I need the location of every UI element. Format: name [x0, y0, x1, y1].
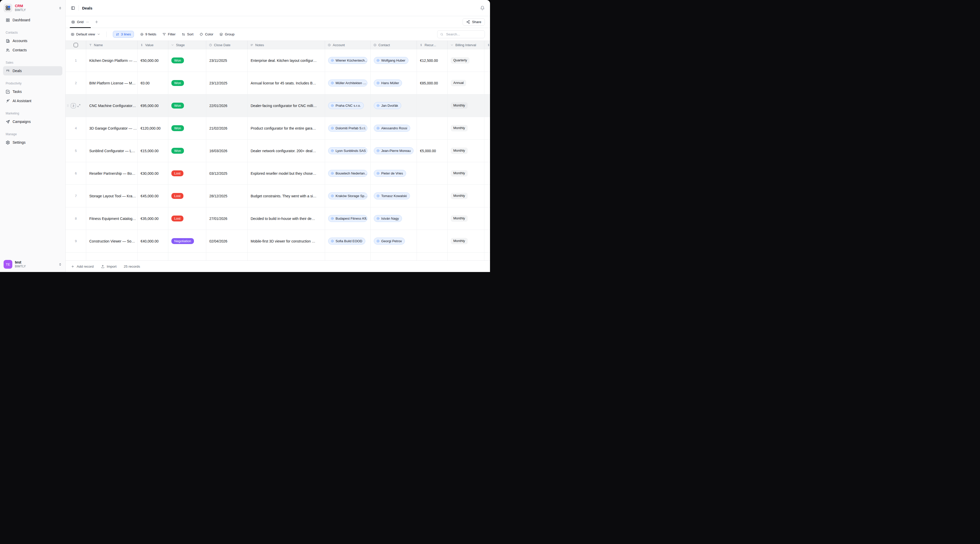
- cell-extra[interactable]: [484, 117, 490, 139]
- cell-account[interactable]: Kraków Storage Sp.…: [325, 185, 371, 207]
- cell-contact[interactable]: Wolfgang Huber: [371, 49, 417, 72]
- cell-stage[interactable]: Lost: [168, 162, 206, 185]
- drag-handle-icon[interactable]: [66, 104, 70, 107]
- cell-name[interactable]: Kitchen Design Platform — …: [86, 49, 137, 72]
- sidebar-item-dashboard[interactable]: Dashboard: [3, 15, 62, 25]
- cell-name[interactable]: CNC Machine Configurator…: [86, 94, 137, 117]
- row-number[interactable]: 9: [66, 230, 86, 252]
- cell-contact[interactable]: Alessandro Rossi: [371, 117, 417, 139]
- cell-contact[interactable]: Georgi Petrov: [371, 230, 417, 252]
- group-button[interactable]: Group: [220, 32, 234, 36]
- cell-recurring[interactable]: €85,000.00: [417, 72, 448, 94]
- cell-value[interactable]: €0.00: [137, 72, 168, 94]
- cell-value[interactable]: €30,000.00: [137, 162, 168, 185]
- record-chip[interactable]: István Nagy: [374, 215, 402, 222]
- search-box[interactable]: [437, 30, 485, 38]
- column-header-close_date[interactable]: Close Date: [206, 41, 248, 49]
- cell-billing[interactable]: Annual: [448, 72, 484, 94]
- cell-value[interactable]: €50,000.00: [137, 49, 168, 72]
- cell-recurring[interactable]: [417, 162, 448, 185]
- cell-value[interactable]: €35,000.00: [137, 207, 168, 230]
- cell-notes[interactable]: Explored reseller model but they chose…: [248, 162, 325, 185]
- record-chip[interactable]: Sofia Build EOOD: [328, 238, 365, 245]
- expand-record-button[interactable]: [77, 104, 81, 107]
- record-chip[interactable]: Hans Müller: [374, 80, 402, 86]
- record-chip[interactable]: Praha CNC s.r.o.: [328, 102, 364, 109]
- cell-contact[interactable]: István Nagy: [371, 207, 417, 230]
- cell-recurring[interactable]: [417, 94, 448, 117]
- cell-close_date[interactable]: 27/01/2026: [206, 207, 248, 230]
- cell-account[interactable]: Praha CNC s.r.o.: [325, 94, 371, 117]
- cell-notes[interactable]: Decided to build in-house with their de…: [248, 207, 325, 230]
- cell-close_date[interactable]: 21/02/2026: [206, 117, 248, 139]
- cell-value[interactable]: €120,000.00: [137, 117, 168, 139]
- color-button[interactable]: Color: [200, 32, 213, 36]
- cell-value[interactable]: €15,000.00: [137, 140, 168, 162]
- cell-name[interactable]: Reseller Partnership — Bo…: [86, 162, 137, 185]
- sidebar-toggle-icon[interactable]: [71, 6, 75, 10]
- record-chip[interactable]: Georgi Petrov: [374, 238, 405, 245]
- cell-notes[interactable]: Mobile-first 3D viewer for construction …: [248, 230, 325, 252]
- cell-stage[interactable]: Won: [168, 140, 206, 162]
- cell-stage[interactable]: Negotiation: [168, 230, 206, 252]
- cell-stage[interactable]: Won: [168, 49, 206, 72]
- cell-extra[interactable]: [484, 94, 490, 117]
- row-checkbox[interactable]: 3: [71, 103, 76, 108]
- column-header-billing[interactable]: Billing Interval: [448, 41, 484, 49]
- cell-notes[interactable]: Annual license for 45 seats. Includes B…: [248, 72, 325, 94]
- share-button[interactable]: Share: [463, 18, 485, 25]
- cell-contact[interactable]: Hans Müller: [371, 72, 417, 94]
- record-chip[interactable]: Pieter de Vries: [374, 170, 406, 177]
- sidebar-item-contacts[interactable]: Contacts: [3, 45, 62, 55]
- column-header-recurring[interactable]: Recur...: [417, 41, 448, 49]
- cell-notes[interactable]: Product configurator for the entire gara…: [248, 117, 325, 139]
- import-button[interactable]: Import: [101, 264, 116, 269]
- cell-close_date[interactable]: 02/04/2026: [206, 230, 248, 252]
- record-chip[interactable]: Lyon Sunblinds SAS: [328, 147, 368, 154]
- row-number[interactable]: 4: [66, 117, 86, 139]
- cell-extra[interactable]: [484, 230, 490, 252]
- cell-name[interactable]: 3D Garage Configurator — …: [86, 117, 137, 139]
- column-header-notes[interactable]: Notes: [248, 41, 325, 49]
- record-chip[interactable]: Kraków Storage Sp.…: [328, 192, 368, 199]
- record-chip[interactable]: Bouwtech Nederlan…: [328, 170, 368, 177]
- record-chip[interactable]: Jean-Pierre Moreau: [374, 147, 414, 154]
- cell-contact[interactable]: Jean-Pierre Moreau: [371, 140, 417, 162]
- cell-account[interactable]: Lyon Sunblinds SAS: [325, 140, 371, 162]
- record-chip[interactable]: Müller Architekten …: [328, 80, 368, 86]
- record-chip[interactable]: Jan Dvořák: [374, 102, 401, 109]
- sidebar-item-accounts[interactable]: Accounts: [3, 36, 62, 45]
- cell-recurring[interactable]: [417, 117, 448, 139]
- notifications-bell-icon[interactable]: [480, 6, 485, 11]
- column-header-account[interactable]: Account: [325, 41, 371, 49]
- tab-grid[interactable]: Grid: [71, 16, 90, 28]
- column-header-value[interactable]: Value: [137, 41, 168, 49]
- cell-notes[interactable]: Budget constraints. They went with a si…: [248, 185, 325, 207]
- cell-stage[interactable]: Won: [168, 117, 206, 139]
- column-header-contact[interactable]: Contact: [371, 41, 417, 49]
- sidebar-item-ai-assistant[interactable]: AI Assistant: [3, 96, 62, 105]
- cell-account[interactable]: Wiener Küchentech…: [325, 49, 371, 72]
- add-view-button[interactable]: [94, 20, 99, 24]
- row-height-button[interactable]: 3 lines: [113, 31, 134, 38]
- cell-recurring[interactable]: €12,500.00: [417, 49, 448, 72]
- record-chip[interactable]: Budapest Fitness Kft.: [328, 215, 368, 222]
- cell-close_date[interactable]: 23/11/2025: [206, 49, 248, 72]
- view-config-button[interactable]: Default view: [71, 32, 100, 36]
- search-input[interactable]: [445, 32, 482, 37]
- column-header-name[interactable]: Name: [86, 41, 137, 49]
- cell-stage[interactable]: Won: [168, 72, 206, 94]
- cell-name[interactable]: BIM Platform License — M…: [86, 72, 137, 94]
- cell-stage[interactable]: Won: [168, 94, 206, 117]
- column-header-stage[interactable]: Stage: [168, 41, 206, 49]
- select-all-checkbox[interactable]: [74, 43, 78, 47]
- cell-contact[interactable]: Pieter de Vries: [371, 162, 417, 185]
- record-chip[interactable]: Wolfgang Huber: [374, 57, 409, 64]
- cell-account[interactable]: Bouwtech Nederlan…: [325, 162, 371, 185]
- workspace-switcher[interactable]: CRM BIMTLY: [0, 0, 65, 15]
- row-number[interactable]: 1: [66, 49, 86, 72]
- cell-close_date[interactable]: 03/12/2025: [206, 162, 248, 185]
- row-number[interactable]: 8: [66, 207, 86, 230]
- cell-stage[interactable]: Lost: [168, 207, 206, 230]
- filter-button[interactable]: Filter: [162, 32, 175, 36]
